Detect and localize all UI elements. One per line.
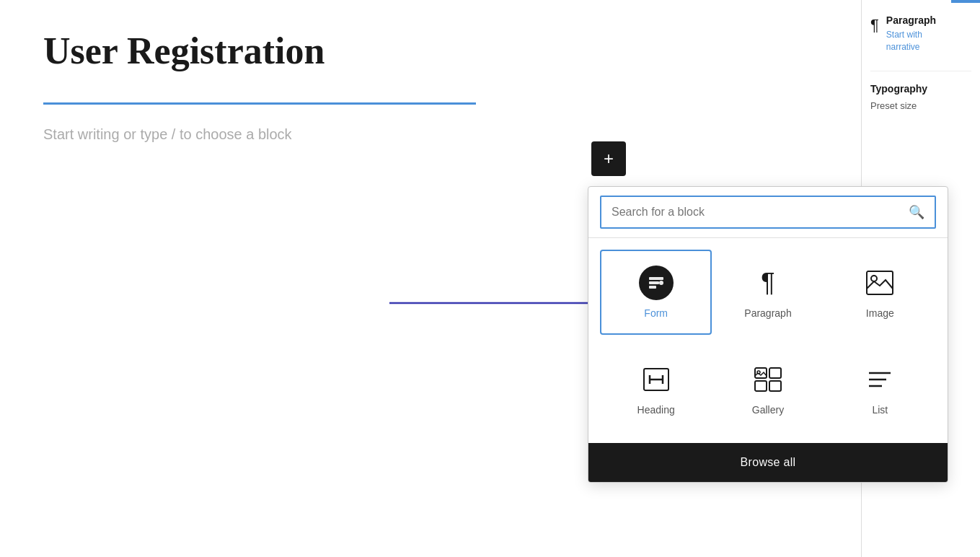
search-container: 🔍 (588, 187, 948, 238)
form-block-icon (639, 266, 674, 300)
right-panel-content: ¶ Paragraph Start withnarrative Typograp… (862, 3, 980, 134)
block-item-image[interactable]: Image (824, 250, 936, 335)
image-svg-icon (865, 270, 894, 296)
preset-size-label: Preset size (870, 100, 971, 111)
divider (43, 102, 476, 105)
svg-rect-3 (649, 281, 659, 284)
list-svg-icon (866, 367, 893, 392)
paragraph-block-label: Paragraph (744, 307, 791, 319)
block-item-heading[interactable]: Heading (600, 346, 712, 431)
paragraph-sidebar-desc: Start withnarrative (886, 29, 936, 53)
svg-rect-13 (769, 368, 781, 378)
image-block-icon (862, 266, 897, 300)
heading-svg-icon (643, 367, 670, 392)
paragraph-icon: ¶ (761, 268, 774, 298)
gallery-svg-icon (754, 367, 782, 392)
heading-block-label: Heading (637, 404, 675, 416)
page-title: User Registration (43, 29, 822, 74)
block-item-gallery[interactable]: Gallery (712, 346, 824, 431)
paragraph-sidebar-text: Paragraph Start withnarrative (886, 14, 936, 53)
typography-label: Typography (870, 83, 971, 95)
paragraph-sidebar-icon: ¶ (870, 16, 879, 35)
gallery-block-icon (751, 362, 785, 397)
blocks-grid-row2: Heading Gallery (588, 346, 948, 443)
svg-rect-5 (649, 286, 656, 289)
plus-icon: + (604, 149, 614, 169)
typography-section: Typography Preset size (870, 71, 971, 111)
gallery-block-label: Gallery (752, 404, 784, 416)
block-item-form[interactable]: Form (600, 250, 712, 335)
browse-all-bar[interactable]: Browse all (588, 443, 948, 482)
form-block-label: Form (644, 307, 668, 319)
add-block-button[interactable]: + (591, 141, 626, 176)
svg-rect-14 (755, 381, 767, 391)
form-svg-icon (646, 273, 666, 293)
placeholder-text: Start writing or type / to choose a bloc… (43, 126, 822, 143)
search-icon: 🔍 (909, 204, 924, 220)
blocks-grid-row1: Form ¶ Paragraph Image (588, 238, 948, 346)
block-item-list[interactable]: List (824, 346, 936, 431)
svg-rect-15 (769, 381, 781, 391)
block-item-paragraph[interactable]: ¶ Paragraph (712, 250, 824, 335)
block-picker: 🔍 Form ¶ Paragraph (588, 186, 948, 483)
paragraph-block-icon: ¶ (751, 266, 785, 300)
heading-block-icon (639, 362, 674, 397)
paragraph-sidebar-item: ¶ Paragraph Start withnarrative (870, 14, 971, 53)
svg-point-4 (659, 281, 663, 285)
list-block-icon (862, 362, 897, 397)
paragraph-sidebar-title: Paragraph (886, 14, 936, 26)
form-icon-bg (639, 266, 674, 300)
image-block-label: Image (866, 307, 894, 319)
svg-rect-2 (649, 277, 663, 280)
list-block-label: List (872, 404, 888, 416)
search-input[interactable] (612, 206, 901, 219)
search-box: 🔍 (600, 196, 936, 229)
